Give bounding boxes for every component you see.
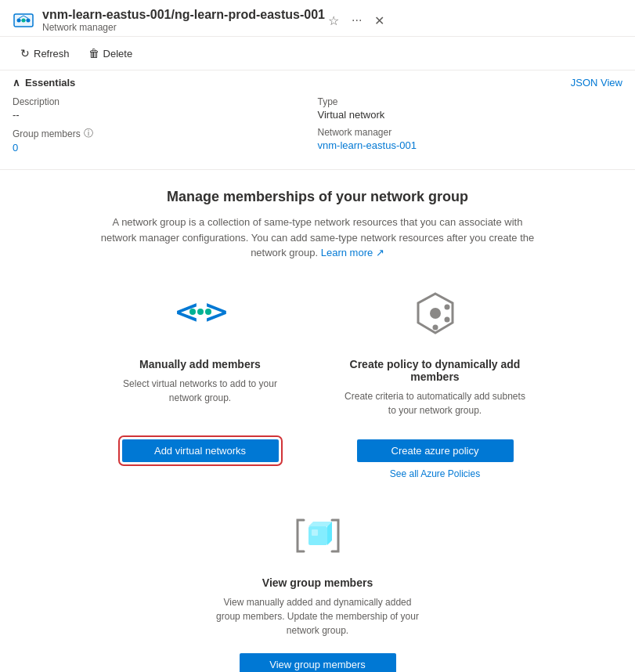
add-virtual-networks-button[interactable]: Add virtual networks bbox=[122, 439, 279, 462]
description-label: Description bbox=[13, 96, 318, 107]
svg-point-8 bbox=[189, 309, 196, 315]
svg-point-14 bbox=[444, 316, 449, 322]
group-members-label: Group members ⓘ bbox=[13, 127, 318, 140]
svg-point-2 bbox=[22, 19, 26, 23]
group-members-value[interactable]: 0 bbox=[13, 142, 318, 154]
essentials-col-left: Description -- Group members ⓘ 0 bbox=[13, 96, 318, 160]
svg-point-12 bbox=[430, 308, 441, 319]
see-all-policies-link[interactable]: See all Azure Policies bbox=[390, 468, 480, 479]
essentials-section: ∧ Essentials JSON View Description -- Gr… bbox=[0, 70, 635, 170]
json-view-link[interactable]: JSON View bbox=[571, 77, 622, 89]
favorite-icon[interactable]: ☆ bbox=[325, 10, 342, 31]
refresh-button[interactable]: ↻ Refresh bbox=[13, 43, 78, 63]
type-field: Type Virtual network bbox=[318, 96, 623, 121]
description-value: -- bbox=[13, 109, 318, 121]
view-group-members-icon-area bbox=[287, 504, 349, 567]
delete-button[interactable]: 🗑 Delete bbox=[81, 43, 141, 63]
create-policy-icon-area bbox=[341, 286, 529, 349]
svg-point-3 bbox=[27, 19, 31, 23]
group-members-field: Group members ⓘ 0 bbox=[13, 127, 318, 154]
delete-label: Delete bbox=[103, 48, 133, 60]
essentials-heading: Essentials bbox=[25, 77, 75, 89]
page-subtitle: Network manager bbox=[42, 22, 325, 33]
manually-add-icon-area: < > bbox=[106, 286, 294, 349]
create-policy-card: Create policy to dynamically add members… bbox=[341, 286, 529, 417]
manually-add-card: < > Manually add members Select virtual … bbox=[106, 286, 294, 417]
essentials-title: ∧ Essentials bbox=[13, 77, 75, 89]
main-content: Manage memberships of your network group… bbox=[0, 170, 635, 672]
create-policy-title: Create policy to dynamically add members bbox=[341, 358, 529, 383]
page-title: vnm-learn-eastus-001/ng-learn-prod-eastu… bbox=[42, 8, 325, 22]
svg-point-9 bbox=[197, 309, 204, 315]
more-options-icon[interactable]: ··· bbox=[348, 10, 365, 31]
close-icon[interactable]: ✕ bbox=[371, 10, 388, 31]
network-manager-value[interactable]: vnm-learn-eastus-001 bbox=[318, 139, 623, 151]
network-manager-field: Network manager vnm-learn-eastus-001 bbox=[318, 127, 623, 151]
manually-add-title: Manually add members bbox=[106, 358, 294, 370]
svg-rect-16 bbox=[308, 526, 327, 545]
manually-add-desc: Select virtual networks to add to your n… bbox=[106, 377, 294, 405]
create-azure-policy-button[interactable]: Create azure policy bbox=[357, 439, 514, 462]
refresh-icon: ↻ bbox=[20, 47, 30, 60]
network-manager-label: Network manager bbox=[318, 127, 623, 138]
essentials-col-right: Type Virtual network Network manager vnm… bbox=[318, 96, 623, 160]
add-virtual-networks-highlight: Add virtual networks bbox=[122, 439, 279, 462]
cards-row: < > Manually add members Select virtual … bbox=[31, 286, 604, 417]
svg-rect-17 bbox=[312, 529, 318, 536]
main-title: Manage memberships of your network group bbox=[31, 189, 604, 205]
view-group-members-desc: View manually added and dynamically adde… bbox=[216, 595, 420, 638]
title-content: vnm-learn-eastus-001/ng-learn-prod-eastu… bbox=[42, 8, 325, 33]
essentials-grid: Description -- Group members ⓘ 0 Type Vi… bbox=[13, 96, 622, 160]
refresh-label: Refresh bbox=[34, 48, 70, 60]
type-value: Virtual network bbox=[318, 109, 623, 121]
create-azure-policy-wrapper: Create azure policy See all Azure Polici… bbox=[341, 439, 529, 479]
buttons-row: Add virtual networks Create azure policy… bbox=[31, 439, 604, 479]
title-actions: ☆ ··· ✕ bbox=[325, 10, 388, 31]
type-label: Type bbox=[318, 96, 623, 107]
essentials-header: ∧ Essentials JSON View bbox=[13, 77, 622, 89]
main-description: A network group is a collection of same-… bbox=[99, 215, 537, 261]
svg-point-1 bbox=[17, 19, 21, 23]
toolbar: ↻ Refresh 🗑 Delete bbox=[0, 37, 635, 70]
view-group-members-card: View group members View manually added a… bbox=[31, 504, 604, 673]
view-group-members-title: View group members bbox=[262, 576, 373, 589]
view-group-members-button[interactable]: View group members bbox=[240, 653, 396, 673]
description-field: Description -- bbox=[13, 96, 318, 121]
app-icon bbox=[13, 9, 34, 31]
svg-point-13 bbox=[444, 304, 449, 309]
svg-point-15 bbox=[432, 324, 438, 330]
svg-point-10 bbox=[205, 309, 211, 315]
group-members-info-icon[interactable]: ⓘ bbox=[84, 127, 93, 140]
hexagon-policy-icon bbox=[404, 290, 467, 345]
cube-icon bbox=[287, 504, 349, 567]
add-virtual-networks-wrapper: Add virtual networks bbox=[106, 439, 294, 479]
title-bar: vnm-learn-eastus-001/ng-learn-prod-eastu… bbox=[0, 0, 635, 37]
code-brackets-icon: < > bbox=[169, 290, 232, 345]
create-policy-desc: Create criteria to automatically add sub… bbox=[341, 389, 529, 417]
delete-icon: 🗑 bbox=[88, 47, 99, 60]
learn-more-link[interactable]: Learn more ↗ bbox=[321, 247, 384, 258]
essentials-chevron-icon: ∧ bbox=[13, 77, 20, 89]
